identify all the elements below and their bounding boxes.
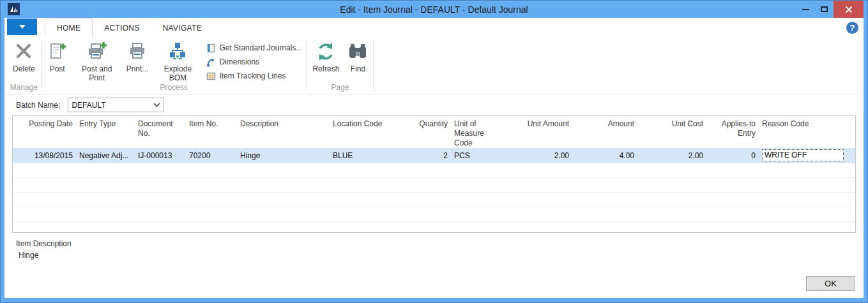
batch-name-value: DEFAULT [68, 101, 150, 110]
group-label-process: Process [43, 83, 305, 94]
cell-item-no[interactable]: 70200 [187, 151, 238, 160]
ribbon-group-page: Refresh Find [308, 38, 372, 94]
get-standard-journals-button[interactable]: Get Standard Journals... [206, 42, 302, 54]
ribbon-group-manage: Delete Manage [8, 38, 40, 94]
minimize-button[interactable] [796, 1, 815, 18]
help-icon[interactable]: ? [846, 22, 858, 34]
column-header-posting-date[interactable]: Posting Date [13, 119, 77, 148]
ribbon: Delete Manage Post [4, 38, 864, 94]
ribbon-separator [373, 40, 374, 90]
group-label-manage: Manage [8, 83, 40, 94]
delete-x-icon [14, 41, 33, 63]
focused-cell-reason-code[interactable]: WRITE OFF [762, 149, 844, 161]
empty-table-row[interactable] [13, 221, 855, 233]
close-icon [845, 6, 853, 13]
cell-location-code[interactable]: BLUE [330, 151, 400, 160]
group-label-page: Page [308, 83, 372, 94]
column-header-location-code[interactable]: Location Code [330, 119, 400, 148]
cell-reason-code[interactable]: WRITE OFF [759, 149, 855, 161]
find-button[interactable]: Find [344, 40, 372, 73]
explode-bom-button[interactable]: Explode BOM [153, 40, 202, 83]
cell-description[interactable]: Hinge [238, 151, 330, 160]
item-tracking-icon [206, 71, 216, 81]
title-bar: Edit - Item Journal - DEFAULT · Default … [4, 1, 864, 18]
print-button[interactable]: Print... [122, 40, 153, 73]
column-header-entry-type[interactable]: Entry Type [77, 119, 135, 148]
ribbon-separator [41, 40, 42, 90]
dynamics-nav-app-icon [8, 3, 20, 15]
column-header-quantity[interactable]: Quantity [400, 119, 452, 148]
application-window: Edit - Item Journal - DEFAULT · Default … [0, 0, 868, 303]
application-menu-button[interactable] [7, 18, 37, 35]
cell-applies-to-entry[interactable]: 0 [707, 151, 759, 160]
column-header-applies-to-entry[interactable]: Applies-to Entry [707, 119, 759, 148]
printer-icon [127, 41, 148, 63]
table-row-selected[interactable]: 13/08/2015 Negative Adj... IJ-000013 702… [13, 148, 855, 163]
cell-entry-type[interactable]: Negative Adj... [77, 151, 135, 160]
empty-table-row[interactable] [13, 192, 855, 207]
chevron-down-icon [19, 25, 26, 29]
post-and-print-button[interactable]: Post and Print [72, 40, 122, 83]
journal-lines-table: Posting Date Entry Type Document No. Ite… [12, 115, 856, 233]
column-header-reason-code[interactable]: Reason Code [759, 119, 855, 148]
column-header-item-no[interactable]: Item No. [187, 119, 238, 148]
cell-unit-cost[interactable]: 2.00 [638, 151, 707, 160]
ribbon-tab-bar: HOME ACTIONS NAVIGATE ? [4, 18, 864, 38]
item-description-label: Item Description [16, 239, 864, 248]
cell-amount[interactable]: 4.00 [573, 151, 638, 160]
tab-home[interactable]: HOME [45, 18, 93, 38]
item-description-value: Hinge [16, 248, 864, 260]
standard-journal-icon [206, 43, 216, 53]
tab-actions[interactable]: ACTIONS [93, 18, 151, 38]
chevron-down-icon[interactable] [150, 103, 163, 107]
column-header-document-no[interactable]: Document No. [135, 119, 187, 148]
cell-unit-of-measure-code[interactable]: PCS [452, 151, 498, 160]
dimensions-button[interactable]: Dimensions [206, 56, 302, 68]
batch-name-label: Batch Name: [16, 101, 60, 110]
cell-posting-date[interactable]: 13/08/2015 [13, 151, 77, 160]
column-header-unit-amount[interactable]: Unit Amount [498, 119, 573, 148]
maximize-button[interactable] [815, 1, 834, 18]
column-header-amount[interactable]: Amount [573, 119, 638, 148]
dimensions-icon [206, 57, 216, 67]
ribbon-group-process: Post Post and Print [43, 38, 305, 94]
post-document-icon [47, 41, 68, 63]
empty-table-row[interactable] [13, 177, 855, 192]
delete-button[interactable]: Delete [8, 40, 40, 73]
ok-button[interactable]: OK [806, 276, 855, 291]
window-title: Edit - Item Journal - DEFAULT · Default … [4, 4, 864, 15]
column-header-unit-cost[interactable]: Unit Cost [638, 119, 707, 148]
empty-table-row[interactable] [13, 163, 855, 177]
column-header-description[interactable]: Description [238, 119, 330, 148]
refresh-button[interactable]: Refresh [308, 40, 344, 73]
tab-navigate[interactable]: NAVIGATE [151, 18, 213, 38]
empty-table-row[interactable] [13, 207, 855, 221]
fact-footer: Item Description Hinge [4, 233, 864, 260]
ribbon-separator [306, 40, 307, 90]
explode-bom-icon [167, 41, 188, 63]
printer-plus-icon [86, 41, 108, 63]
cell-quantity[interactable]: 2 [400, 151, 452, 160]
column-header-unit-of-measure-code[interactable]: Unit of Measure Code [452, 119, 498, 148]
item-tracking-lines-button[interactable]: Item Tracking Lines [206, 70, 302, 82]
close-button[interactable] [834, 1, 864, 18]
post-button[interactable]: Post [43, 40, 72, 73]
table-header-row: Posting Date Entry Type Document No. Ite… [13, 116, 855, 148]
batch-name-combobox[interactable]: DEFAULT [68, 98, 164, 112]
refresh-icon [316, 41, 336, 63]
cell-unit-amount[interactable]: 2.00 [498, 151, 573, 160]
filter-bar: Batch Name: DEFAULT [4, 94, 864, 115]
binoculars-icon [348, 41, 367, 63]
cell-document-no[interactable]: IJ-000013 [135, 151, 187, 160]
